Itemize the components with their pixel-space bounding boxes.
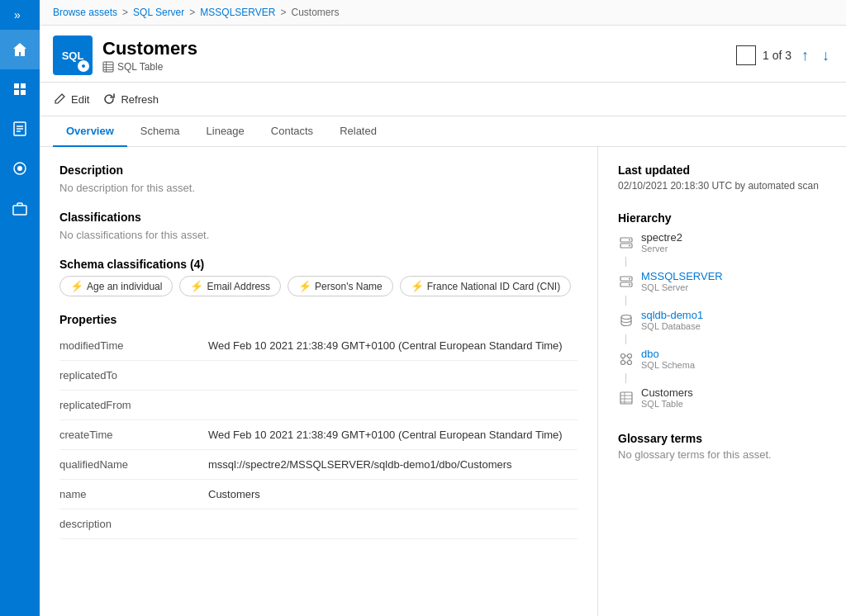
svg-rect-4 bbox=[21, 90, 26, 95]
tab-schema[interactable]: Schema bbox=[127, 116, 193, 147]
breadcrumb-current: Customers bbox=[291, 7, 339, 18]
hierarchy-name-spectre2: spectre2 bbox=[641, 231, 682, 244]
sidebar-item-insights[interactable] bbox=[0, 149, 40, 188]
svg-rect-13 bbox=[103, 62, 113, 72]
description-empty: No description for this asset. bbox=[59, 182, 577, 194]
asset-subtitle: SQL Table bbox=[102, 61, 197, 73]
chip-lightning-icon-3: ⚡ bbox=[298, 280, 311, 292]
prop-row-description: description bbox=[59, 509, 577, 539]
hierarchy-section: Hierarchy spectre2 Server bbox=[618, 211, 826, 412]
tabs: Overview Schema Lineage Contacts Related bbox=[40, 116, 846, 147]
hierarchy-name-sqldb[interactable]: sqldb-demo1 bbox=[641, 309, 703, 321]
hierarchy-item-mssqlserver: MSSQLSERVER SQL Server bbox=[618, 267, 826, 296]
hierarchy-item-spectre2: spectre2 Server bbox=[618, 228, 826, 257]
nav-up-arrow[interactable]: ↑ bbox=[798, 44, 812, 68]
sidebar-item-home[interactable] bbox=[0, 30, 40, 69]
svg-rect-3 bbox=[14, 90, 19, 95]
hierarchy-content-mssqlserver: MSSQLSERVER SQL Server bbox=[641, 270, 723, 292]
sql-server-icon bbox=[618, 273, 634, 290]
breadcrumb-mssqlserver[interactable]: MSSQLSERVER bbox=[200, 7, 275, 18]
schema-classifications-title: Schema classifications (4) bbox=[59, 258, 577, 271]
hierarchy-item-sqldb: sqldb-demo1 SQL Database bbox=[618, 306, 826, 334]
refresh-label: Refresh bbox=[121, 93, 159, 106]
breadcrumb-sep-1: > bbox=[122, 7, 128, 18]
tab-lineage[interactable]: Lineage bbox=[193, 116, 258, 147]
svg-point-27 bbox=[621, 353, 625, 358]
toolbar: Edit Refresh bbox=[40, 83, 846, 116]
classifications-empty: No classifications for this asset. bbox=[59, 229, 577, 241]
nav-down-arrow[interactable]: ↓ bbox=[819, 44, 833, 68]
nav-checkbox[interactable] bbox=[736, 45, 756, 65]
database-icon bbox=[618, 312, 634, 329]
refresh-button[interactable]: Refresh bbox=[102, 89, 159, 109]
svg-point-24 bbox=[629, 277, 630, 279]
main-content: Browse assets > SQL Server > MSSQLSERVER… bbox=[40, 0, 846, 616]
edit-label: Edit bbox=[71, 93, 89, 106]
sidebar-item-catalog[interactable] bbox=[0, 69, 40, 109]
hierarchy-type-customers: SQL Table bbox=[641, 399, 693, 409]
hierarchy-type-sqldb: SQL Database bbox=[641, 321, 703, 331]
description-title: Description bbox=[59, 163, 577, 177]
asset-icon: SQL bbox=[53, 36, 93, 75]
chip-email-label: Email Address bbox=[207, 281, 270, 292]
prop-key-description: description bbox=[59, 518, 208, 530]
sidebar: » bbox=[0, 0, 40, 616]
hierarchy-type-spectre2: Server bbox=[641, 244, 682, 254]
hierarchy-item-customers: Customers SQL Table bbox=[618, 383, 826, 412]
svg-point-30 bbox=[628, 360, 632, 364]
sidebar-item-book[interactable] bbox=[0, 109, 40, 149]
content-right: Last updated 02/10/2021 20:18:30 UTC by … bbox=[598, 147, 846, 616]
hierarchy-title: Hierarchy bbox=[618, 211, 826, 225]
svg-point-21 bbox=[629, 244, 630, 246]
hierarchy-line-3 bbox=[625, 334, 626, 344]
content-left: Description No description for this asse… bbox=[40, 147, 598, 616]
refresh-icon bbox=[102, 92, 116, 106]
chip-lightning-icon-4: ⚡ bbox=[411, 280, 424, 292]
breadcrumb-sep-2: > bbox=[189, 7, 195, 18]
svg-rect-2 bbox=[21, 83, 26, 88]
prop-row-replicated-to: replicatedTo bbox=[59, 361, 577, 391]
sidebar-collapse-button[interactable]: » bbox=[0, 0, 40, 30]
asset-nav-right: 1 of 3 ↑ ↓ bbox=[736, 44, 833, 68]
chip-france-id-label: France National ID Card (CNI) bbox=[427, 281, 560, 292]
hierarchy-line-2 bbox=[625, 296, 626, 306]
breadcrumb-browse-assets[interactable]: Browse assets bbox=[53, 7, 117, 18]
hierarchy-name-dbo[interactable]: dbo bbox=[641, 348, 659, 360]
chip-name-label: Person's Name bbox=[315, 281, 383, 292]
nav-counter: 1 of 3 bbox=[763, 49, 791, 62]
prop-key-modified-time: modifiedTime bbox=[59, 339, 208, 352]
asset-subtitle-text: SQL Table bbox=[117, 61, 163, 73]
svg-text:»: » bbox=[14, 9, 21, 21]
properties-section: Properties modifiedTime Wed Feb 10 2021 … bbox=[59, 313, 577, 539]
prop-key-name: name bbox=[59, 488, 208, 500]
tab-related[interactable]: Related bbox=[326, 116, 390, 147]
schema-classifications-section: Schema classifications (4) ⚡ Age an indi… bbox=[59, 258, 577, 296]
last-updated-title: Last updated bbox=[618, 163, 826, 177]
svg-point-29 bbox=[621, 360, 625, 364]
tab-contacts[interactable]: Contacts bbox=[258, 116, 326, 147]
asset-header: SQL Customers SQL T bbox=[40, 26, 846, 83]
chip-age: ⚡ Age an individual bbox=[59, 276, 173, 296]
schema-icon bbox=[618, 351, 634, 367]
properties-title: Properties bbox=[59, 313, 577, 326]
edit-button[interactable]: Edit bbox=[53, 89, 89, 109]
hierarchy-name-mssqlserver[interactable]: MSSQLSERVER bbox=[641, 270, 723, 282]
prop-value-modified-time: Wed Feb 10 2021 21:38:49 GMT+0100 (Centr… bbox=[208, 339, 577, 352]
server-icon bbox=[618, 235, 634, 251]
sidebar-item-briefcase[interactable] bbox=[0, 188, 40, 228]
prop-value-create-time: Wed Feb 10 2021 21:38:49 GMT+0100 (Centr… bbox=[208, 429, 577, 441]
tab-overview[interactable]: Overview bbox=[53, 116, 127, 147]
hierarchy-type-dbo: SQL Schema bbox=[641, 360, 695, 370]
prop-row-name: name Customers bbox=[59, 480, 577, 509]
hierarchy-content-customers: Customers SQL Table bbox=[641, 386, 693, 409]
table-icon bbox=[102, 61, 114, 73]
hierarchy-content-dbo: dbo SQL Schema bbox=[641, 348, 695, 370]
hierarchy-line-1 bbox=[625, 257, 626, 267]
table-hierarchy-icon bbox=[618, 390, 634, 406]
svg-point-28 bbox=[628, 353, 632, 358]
classifications-section: Classifications No classifications for t… bbox=[59, 211, 577, 241]
hierarchy-content-spectre2: spectre2 Server bbox=[641, 231, 682, 254]
breadcrumb-sql-server[interactable]: SQL Server bbox=[133, 7, 184, 18]
chip-name: ⚡ Person's Name bbox=[288, 276, 393, 296]
chip-lightning-icon: ⚡ bbox=[70, 280, 83, 292]
